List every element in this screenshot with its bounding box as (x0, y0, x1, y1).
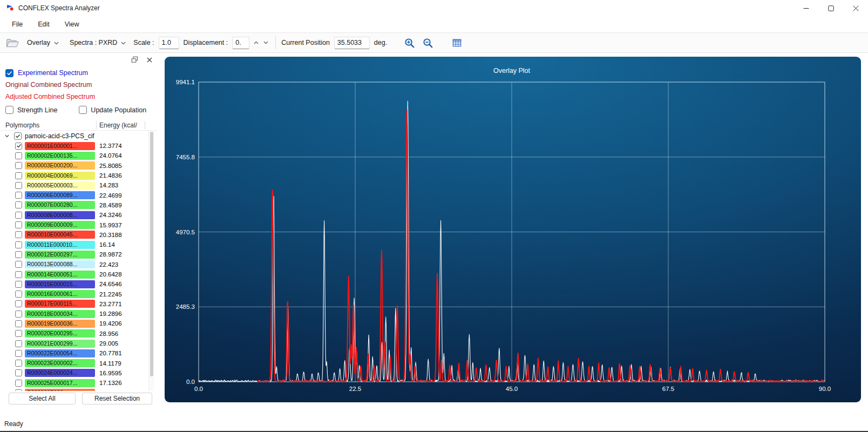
float-panel-icon[interactable] (131, 56, 139, 64)
polymorph-row[interactable]: R000011E000010...16.14 (0, 240, 146, 249)
polymorph-checkbox[interactable] (15, 172, 22, 179)
spin-up-icon[interactable] (252, 38, 260, 48)
option-strength-line[interactable]: Strength Line (5, 106, 57, 114)
polymorph-checkbox[interactable] (15, 192, 22, 199)
polymorph-label-chip: R000025E000017... (25, 379, 95, 387)
polymorph-row[interactable]: R000002E000135...24.0764 (0, 151, 146, 160)
polymorph-checkbox[interactable] (15, 310, 22, 318)
polymorph-checkbox[interactable] (15, 281, 22, 288)
close-panel-icon[interactable] (145, 56, 153, 64)
displacement-input[interactable] (232, 37, 249, 49)
polymorph-row[interactable]: R000009E000009...15.9937 (0, 220, 146, 230)
polymorph-checkbox[interactable] (15, 162, 22, 169)
polymorph-row[interactable]: R000007E000280...28.4589 (0, 200, 146, 210)
polymorph-row[interactable]: R000017E000115...23.2771 (0, 299, 146, 309)
menu-file[interactable]: File (4, 18, 30, 31)
maximize-button[interactable] (818, 0, 843, 16)
legend-item[interactable]: Original Combined Spectrum (5, 79, 153, 91)
polymorph-checkbox[interactable] (15, 201, 22, 208)
option-checkbox[interactable] (5, 106, 13, 114)
polymorph-row[interactable]: R000012E000297...28.9872 (0, 249, 146, 259)
polymorph-label-chip: R000016E000061... (25, 290, 95, 298)
polymorph-energy: 28.4589 (99, 202, 122, 208)
polymorph-energy: 20.3188 (99, 232, 122, 238)
polymorph-row[interactable]: R000022E000054...20.7781 (0, 348, 146, 358)
minimize-button[interactable] (794, 0, 818, 16)
list-scrollbar[interactable] (148, 131, 154, 391)
scale-input[interactable] (159, 37, 179, 49)
polymorph-energy: 19.4206 (99, 320, 122, 327)
menu-view[interactable]: View (57, 18, 87, 31)
polymorph-row[interactable]: R000008E000008...24.3246 (0, 210, 146, 220)
polymorph-checkbox[interactable] (15, 380, 22, 387)
table-view-button[interactable] (450, 36, 464, 50)
polymorph-row[interactable]: R000021E000299...29.005 (0, 339, 146, 348)
close-button[interactable] (843, 0, 868, 16)
open-file-button[interactable] (5, 36, 19, 50)
chart-title: Overlay Plot (493, 67, 531, 75)
polymorph-checkbox[interactable] (15, 330, 22, 337)
polymorph-checkbox[interactable] (15, 360, 22, 367)
current-position-input[interactable] (334, 37, 370, 49)
app-window: CONFLEX Spectra Analyzer File Edit View (0, 0, 868, 432)
polymorph-energy: 22.423 (99, 261, 118, 268)
option-update-population[interactable]: Update Population (79, 106, 146, 114)
polymorph-checkbox[interactable] (15, 251, 22, 258)
spectra-type-dropdown[interactable]: Spectra : PXRD (66, 37, 129, 49)
legend-item[interactable]: Adjusted Combined Spectrum (5, 91, 153, 103)
polymorph-checkbox[interactable] (15, 212, 22, 219)
polymorph-row[interactable]: R000016E000061...21.2245 (0, 289, 146, 299)
polymorph-checkbox[interactable] (15, 291, 22, 298)
polymorph-row[interactable]: R000013E000088...22.423 (0, 260, 146, 269)
polymorph-row[interactable]: R000001E000001...12.3774 (0, 141, 146, 151)
polymorph-row[interactable]: R000026E000... (0, 388, 146, 391)
toolbar: Overlay Spectra : PXRD Scale : Displacem… (0, 32, 868, 53)
legend-checkbox[interactable] (5, 69, 13, 77)
polymorph-row[interactable]: R000018E000034...19.2896 (0, 309, 146, 319)
polymorph-row[interactable]: R000004E000069...21.4836 (0, 171, 146, 180)
polymorph-row[interactable]: R000003E000200...25.8085 (0, 161, 146, 171)
polymorph-checkbox[interactable] (15, 182, 22, 189)
polymorph-row[interactable]: R000024E000024...16.9595 (0, 368, 146, 378)
zoom-in-icon (404, 37, 415, 49)
overlay-mode-dropdown[interactable]: Overlay (24, 37, 62, 49)
polymorph-row[interactable]: R000010E000045...20.3188 (0, 230, 146, 240)
root-checkbox[interactable] (14, 132, 22, 140)
option-checkbox[interactable] (79, 106, 87, 114)
polymorph-energy: 22.4699 (99, 192, 122, 199)
polymorph-checkbox[interactable] (15, 152, 22, 159)
select-all-button[interactable]: Select All (9, 393, 76, 404)
tree-root-row[interactable]: pamoic-acid-c3-PCS_cif (0, 131, 146, 141)
polymorph-checkbox[interactable] (15, 241, 22, 248)
polymorph-row[interactable]: R000019E000036...19.4206 (0, 319, 146, 328)
menu-edit[interactable]: Edit (30, 18, 57, 31)
current-position-label: Current Position (281, 39, 330, 46)
polymorph-checkbox[interactable] (15, 231, 22, 238)
polymorph-checkbox[interactable] (15, 261, 22, 268)
polymorph-checkbox[interactable] (15, 340, 22, 347)
polymorph-row[interactable]: R000005E000003...14.283 (0, 180, 146, 190)
polymorph-row[interactable]: R000025E000017...17.1326 (0, 378, 146, 388)
polymorph-checkbox[interactable] (15, 350, 22, 357)
polymorph-checkbox[interactable] (15, 300, 22, 307)
polymorph-row[interactable]: R000023E000002...14.1179 (0, 359, 146, 368)
polymorph-checkbox[interactable] (15, 143, 22, 150)
spin-down-icon[interactable] (261, 38, 270, 48)
reset-selection-button[interactable]: Reset Selection (82, 393, 152, 404)
polymorph-checkbox[interactable] (15, 369, 22, 376)
polymorph-checkbox[interactable] (15, 320, 22, 327)
polymorph-row[interactable]: R000020E000295...28.956 (0, 329, 146, 339)
legend-item[interactable]: Experimental Spectrum (5, 67, 153, 79)
polymorph-row[interactable]: R000014E000051...20.6428 (0, 269, 146, 279)
polymorph-row[interactable]: R000015E000015...24.6546 (0, 279, 146, 289)
expander-icon[interactable] (4, 133, 11, 139)
zoom-out-button[interactable] (421, 36, 435, 50)
polymorph-checkbox[interactable] (15, 389, 22, 391)
scrollbar-thumb[interactable] (150, 132, 153, 376)
polymorph-energy: 28.956 (99, 330, 118, 337)
zoom-in-button[interactable] (402, 36, 416, 50)
polymorph-label-chip: R000022E000054... (25, 349, 95, 357)
polymorph-checkbox[interactable] (15, 271, 22, 278)
polymorph-row[interactable]: R000006E000089...22.4699 (0, 190, 146, 200)
polymorph-checkbox[interactable] (15, 221, 22, 228)
